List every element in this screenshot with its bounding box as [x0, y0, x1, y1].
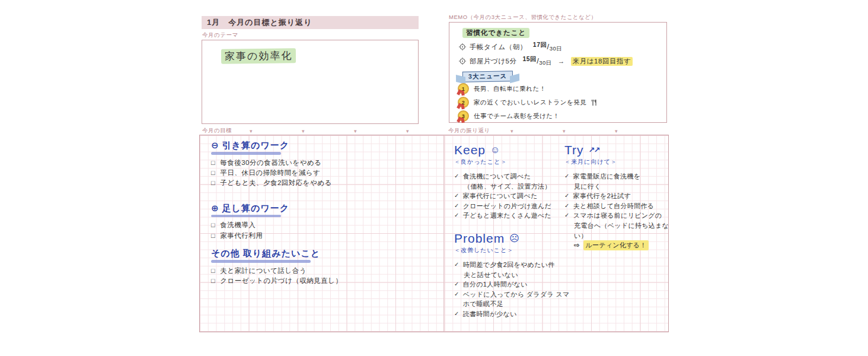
check-icon: ✓ [454, 191, 459, 201]
up-arrows-icon: ↗↗ [589, 142, 599, 157]
goal-section-title: その他 取り組みたいこと [211, 247, 416, 259]
news-text: 仕事でチーム表彰を受けた！ [474, 112, 559, 120]
check-icon: ✓ [454, 260, 459, 270]
memo-box: 習慣化できたこと 手帳タイム（朝） 17回/30日 部屋片づけ5分 15回/30… [449, 22, 667, 123]
news-item: 3 仕事でチーム表彰を受けた！ [458, 110, 559, 122]
keep-problem-column: Keep ☺ ＜良かったこと＞ ✓食洗機について調べた （価格、サイズ、設置方法… [454, 142, 570, 319]
arrow-right-icon: → [558, 58, 565, 65]
check-icon: ✓ [454, 201, 459, 211]
try-subtitle: ＜来月に向けて＞ [564, 158, 674, 166]
grid-marker-icon: ▾ [250, 129, 253, 134]
smile-icon: ☺ [490, 142, 500, 157]
planner-page: 1月 今月の目標と振り返り 今月のテーマ 家事の効率化 MEMO（今月の3大ニュ… [0, 0, 868, 356]
news-banner: 3大ニュース [462, 71, 513, 82]
keep-item: ✓食洗機について調べた [454, 171, 570, 182]
check-icon: ✓ [454, 171, 459, 182]
goals-label: 今月の目標 [202, 127, 232, 135]
try-item: ✓家電量販店に食洗機を [564, 171, 674, 182]
habit-name: 手帳タイム（朝） [470, 43, 527, 52]
news-text: 長男、自転車に乗れた！ [474, 85, 546, 93]
goal-section-title-text: その他 取り組みたいこと [211, 247, 320, 259]
try-action-text: ルーティン化する！ [583, 240, 648, 250]
underline-stroke [211, 152, 281, 155]
review-label: 今月の振り返り [448, 127, 490, 135]
habit-row: 手帳タイム（朝） 17回/30日 [459, 41, 562, 53]
check-icon: ✓ [454, 309, 459, 319]
plus-circle-icon: ⊕ [211, 202, 219, 214]
big-arrow-icon: ⇨ [574, 240, 580, 250]
try-item: ✓夫と相談して自分時間作る [564, 201, 674, 211]
keep-item-text: 家事代行について調べた [463, 191, 538, 201]
check-icon: ✓ [454, 279, 459, 290]
goal-section-title-text: 引き算のワーク [222, 139, 289, 151]
try-item: 見に行く [564, 182, 674, 192]
problem-item: ✓時間差で夕食2回をやめたい件 [454, 260, 570, 270]
goal-item-text: 夫と家計について話し合う [220, 266, 307, 276]
news-item: 1 長男、自転車に乗れた！ [458, 83, 546, 94]
try-item-text: 見に行く [574, 182, 601, 192]
news-item: 2 家の近くでおいしいレストランを発見 [458, 97, 597, 108]
goal-item: □家事代行利用 [211, 231, 416, 241]
problem-item: ✓読書時間が少ない [454, 309, 570, 319]
problem-title: Problem [454, 231, 505, 246]
habit-score: 17回/30日 [533, 41, 562, 53]
try-item-text: 充電台へ（ベッドに持ち込まない） [574, 221, 674, 240]
check-icon: ✓ [564, 201, 570, 211]
frown-icon: ☹ [509, 231, 520, 246]
habit-heading: 習慣化できたこと [462, 28, 529, 38]
try-item-text: 家事代行を2社試す [573, 191, 631, 201]
goal-item: □夫と家計について話し合う [211, 266, 416, 276]
keep-heading: Keep ☺ [454, 142, 570, 157]
try-item: 充電台へ（ベッドに持ち込まない） [564, 221, 674, 240]
goal-item: □子どもと夫、夕食2回対応をやめる [211, 178, 416, 188]
goal-item: □食洗機導入 [211, 220, 416, 230]
goal-section-title: ⊕ 足し算のワーク [211, 202, 416, 214]
checkbox-icon: □ [211, 266, 215, 276]
goal-item-text: 平日、休日の掃除時間を減らす [220, 168, 320, 178]
goal-item-text: 食洗機導入 [220, 220, 256, 230]
check-icon: ✓ [454, 290, 459, 300]
habit-score: 15回/30日 [522, 55, 551, 67]
check-icon: ✓ [564, 171, 570, 182]
news-text: 家の近くでおいしいレストランを発見 [474, 98, 586, 107]
underline-stroke [211, 215, 281, 218]
memo-label: MEMO（今月の3大ニュース、習慣化できたことなど） [449, 14, 597, 21]
page-title: 1月 今月の目標と振り返り [202, 16, 419, 29]
problem-subtitle: ＜改善したいこと＞ [454, 246, 570, 255]
problem-item: ✓自分の1人時間がない [454, 279, 570, 290]
keep-title: Keep [454, 142, 486, 157]
theme-box: 家事の効率化 [202, 40, 419, 124]
try-item-text: 家電量販店に食洗機を [573, 171, 641, 182]
stamp-icon [459, 43, 466, 50]
keep-item: ✓家事代行について調べた [454, 191, 570, 201]
column-divider [443, 135, 444, 332]
problem-item-text: 夫と話せていない [464, 270, 518, 280]
try-item-text: スマホは寝る前にリビングの [573, 211, 662, 221]
goal-item-text: 毎食後30分の食器洗いをやめる [220, 158, 321, 168]
habit-row: 部屋片づけ5分 15回/30日 → 来月は18回目指す [459, 55, 633, 67]
medal-2-icon: 2 [458, 97, 469, 108]
grid-marker-icon: ▾ [406, 129, 409, 134]
goal-item: □平日、休日の掃除時間を減らす [211, 168, 416, 178]
goal-item-text: 家事代行利用 [220, 231, 263, 241]
grid-marker-icon: ▾ [615, 129, 618, 134]
checkbox-icon: □ [211, 220, 215, 230]
habit-goal: 来月は18回目指す [571, 57, 633, 66]
check-icon: ✓ [454, 211, 459, 221]
checkbox-icon: □ [211, 276, 215, 286]
grid-marker-icon: ▾ [354, 129, 357, 134]
problem-item-text: 読書時間が少ない [463, 309, 517, 319]
keep-subtitle: ＜良かったこと＞ [454, 158, 570, 166]
stamp-icon [459, 58, 466, 65]
theme-label: 今月のテーマ [202, 31, 238, 39]
goals-column: ⊖ 引き算のワーク □毎食後30分の食器洗いをやめる □平日、休日の掃除時間を減… [211, 139, 416, 286]
underline-stroke [211, 260, 311, 263]
keep-item-text: 食洗機について調べた [463, 171, 531, 182]
check-icon: ✓ [564, 211, 570, 221]
grid-marker-icon: ▾ [302, 129, 305, 134]
try-item: ✓家事代行を2社試す [564, 191, 674, 201]
goal-item-text: クローゼットの片づけ（収納見直し） [220, 276, 342, 286]
keep-item: ✓子どもと週末たくさん遊べた [454, 211, 570, 221]
try-heading: Try ↗↗ [564, 142, 674, 157]
medal-1-icon: 1 [458, 83, 469, 94]
